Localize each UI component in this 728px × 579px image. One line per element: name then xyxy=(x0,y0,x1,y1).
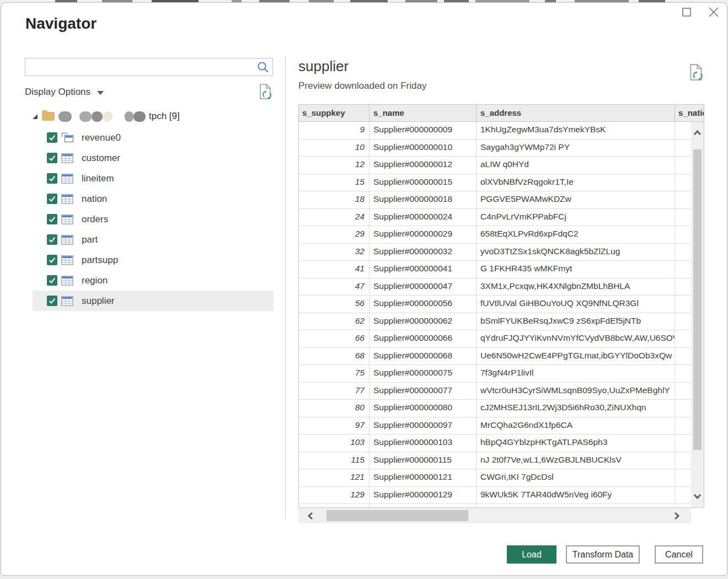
refresh-list-icon[interactable] xyxy=(258,83,272,100)
horizontal-scrollbar[interactable] xyxy=(298,508,691,523)
cell-s_suppkey: 62 xyxy=(299,313,370,330)
checkbox-checked[interactable] xyxy=(47,214,57,224)
cell-s_suppkey: 12 xyxy=(299,157,370,174)
table-icon xyxy=(61,296,74,306)
cell-s_address: yvoD3TtZSx1skQNCK8agk5bZlZLug xyxy=(477,244,675,261)
checkbox-checked[interactable] xyxy=(47,234,57,245)
close-icon[interactable] xyxy=(708,6,720,18)
redacted-text xyxy=(125,111,133,122)
checkbox-checked[interactable] xyxy=(47,275,57,286)
table-row: 77 Supplier#000000077 wVtcr0uH3CyrSiWMLs… xyxy=(299,383,704,400)
tree-item-lineitem[interactable]: lineitem xyxy=(33,168,274,189)
tree-item-supplier[interactable]: supplier xyxy=(33,291,274,311)
table-row: 47 Supplier#000000047 3XM1x,Pcxqw,HK4XNl… xyxy=(299,278,704,296)
tree-item-part[interactable]: part xyxy=(33,229,274,250)
cell-s_suppkey: 66 xyxy=(299,330,370,347)
cell-s_address: PGGVE5PWAMwKDZw xyxy=(477,191,675,208)
cell-s_name: Supplier#000000077 xyxy=(370,383,477,400)
scroll-right-icon[interactable] xyxy=(673,512,680,520)
tree-item-partsupp[interactable]: partsupp xyxy=(33,250,274,270)
table-row: 129 Supplier#000000129 9kWUk5K 7TAR40dW5… xyxy=(299,487,704,505)
display-options-dropdown[interactable]: Display Options xyxy=(25,85,104,99)
table-icon xyxy=(61,194,74,204)
tree-item-label: part xyxy=(82,234,98,245)
cell-s_address: cJ2MHSEJ13rIL2Wj3D5i6hRo30,ZiNUXhqn xyxy=(477,400,675,417)
table-row: 24 Supplier#000000024 C4nPvLrVmKPPabFCj xyxy=(299,209,704,227)
display-options-label: Display Options xyxy=(25,87,90,98)
table-icon xyxy=(61,255,74,265)
table-row: 9 Supplier#000000009 1KhUgZegwM3ua7dsYme… xyxy=(299,122,704,140)
cell-s_name: Supplier#000000041 xyxy=(370,261,477,278)
cell-s_address: hBpQ4GYblzpHKTgATLPAS6ph3 xyxy=(477,435,675,452)
cell-s_address xyxy=(477,504,675,507)
tree-root-database[interactable]: tpch [9] xyxy=(25,108,279,125)
tree-item-label: lineitem xyxy=(82,173,114,184)
tree-item-nation[interactable]: nation xyxy=(33,189,274,209)
search-input[interactable] xyxy=(25,58,256,76)
tree-item-customer[interactable]: customer xyxy=(33,148,274,168)
cell-s_address: 7f3gN4rP1livIl xyxy=(477,365,675,382)
cell-s_name: Supplier#000000066 xyxy=(370,330,477,347)
cell-s_address: olXVbNBfVzRqgokr1T,Ie xyxy=(477,174,675,191)
cell-s_suppkey: 77 xyxy=(299,383,370,400)
cell-s_address: MrCQha2G6ndX1fp6CA xyxy=(477,417,675,435)
table-row: 121 Supplier#000000121 CWGri,tKI 7gDcDsl xyxy=(299,469,704,487)
redacted-text xyxy=(103,111,113,122)
tree-item-revenue0[interactable]: revenue0 xyxy=(33,127,274,148)
checkbox-checked[interactable] xyxy=(47,296,57,306)
cell-s_address: fUVtlUVal GiHBOuYoUQ XQ9NfNLQR3Gl xyxy=(477,296,675,313)
scroll-left-icon[interactable] xyxy=(307,512,314,520)
transform-data-button[interactable]: Transform Data xyxy=(566,545,640,564)
checkbox-checked[interactable] xyxy=(47,132,57,143)
tree-item-label: partsupp xyxy=(82,255,118,266)
refresh-preview-icon[interactable] xyxy=(688,63,704,81)
checkbox-checked[interactable] xyxy=(47,153,57,163)
cell-s_address: nJ 2t0f7Ve,wL1,6WzGBJLNBUCKlsV xyxy=(477,452,675,469)
cancel-button[interactable]: Cancel xyxy=(655,545,703,564)
table-row: 75 Supplier#000000075 7f3gN4rP1livIl xyxy=(299,365,704,383)
scroll-down-icon[interactable] xyxy=(693,493,702,500)
cell-s_suppkey: 68 xyxy=(299,348,370,365)
tree-root-label: tpch [9] xyxy=(149,111,180,122)
horizontal-scrollbar-thumb[interactable] xyxy=(326,510,468,521)
tree-item-label: revenue0 xyxy=(82,132,121,143)
table-icon xyxy=(61,153,74,163)
table-row: 115 Supplier#000000115 nJ 2t0f7Ve,wL1,6W… xyxy=(299,452,704,470)
cell-s_name: Supplier#000000018 xyxy=(370,191,477,208)
scroll-up-icon[interactable] xyxy=(693,130,702,136)
table-row: 32 Supplier#000000032 yvoD3TtZSx1skQNCK8… xyxy=(299,244,704,261)
table-icon xyxy=(61,234,74,245)
vertical-scrollbar-thumb[interactable] xyxy=(693,149,702,450)
cell-s_address: Saygah3gYWMp72i PY xyxy=(477,140,675,157)
column-header-s_suppkey: s_suppkey xyxy=(299,105,370,121)
vertical-scrollbar[interactable] xyxy=(691,122,704,507)
chevron-down-icon xyxy=(97,91,104,95)
pane-divider xyxy=(285,56,286,520)
table-icon xyxy=(61,173,74,184)
cell-s_suppkey: 32 xyxy=(299,244,370,261)
tree-item-orders[interactable]: orders xyxy=(33,209,274,229)
cell-s_suppkey: 56 xyxy=(299,296,370,313)
cell-s_name: Supplier#000000068 xyxy=(370,348,477,365)
checkbox-checked[interactable] xyxy=(47,173,57,184)
expand-triangle-icon[interactable] xyxy=(33,114,38,119)
checkbox-checked[interactable] xyxy=(47,194,57,204)
tree-item-label: supplier xyxy=(82,296,115,307)
table-row: 15 Supplier#000000015 olXVbNBfVzRqgokr1T… xyxy=(299,174,704,192)
load-button[interactable]: Load xyxy=(507,545,556,564)
table-row: 68 Supplier#000000068 Ue6N50wH2CwE4PPgTG… xyxy=(299,348,704,366)
cell-s_name: Supplier#000000056 xyxy=(370,296,477,313)
tree-item-label: customer xyxy=(82,153,120,164)
cell-s_suppkey: 9 xyxy=(299,122,370,139)
cell-s_suppkey: 15 xyxy=(299,174,370,191)
cell-s_address: CWGri,tKI 7gDcDsl xyxy=(477,469,675,486)
cell-s_address: 1KhUgZegwM3ua7dsYmekYBsK xyxy=(477,122,675,139)
table-row: 103 Supplier#000000103 hBpQ4GYblzpHKTgAT… xyxy=(299,435,704,452)
cell-s_name: Supplier#000000129 xyxy=(370,487,477,504)
tree-item-region[interactable]: region xyxy=(33,270,274,291)
maximize-icon[interactable] xyxy=(682,8,691,17)
query-view-icon xyxy=(61,132,74,143)
cell-s_address: G 1FKHR435 wMKFmyt xyxy=(477,261,675,278)
cell-s_address: aLIW q0HYd xyxy=(477,157,675,174)
checkbox-checked[interactable] xyxy=(47,255,57,265)
